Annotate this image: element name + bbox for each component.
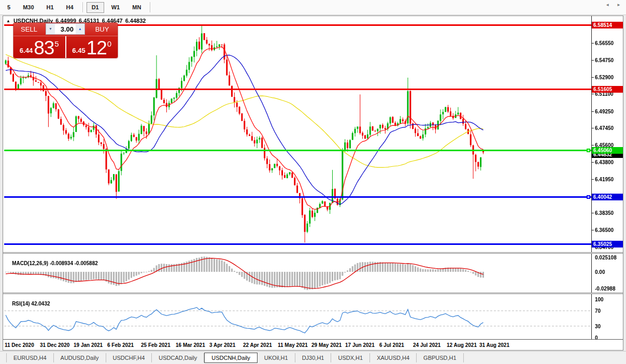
date-axis-label: 29 May 2021 xyxy=(311,342,342,348)
indicator-axis-tick: 0 xyxy=(595,335,623,341)
chart-tab-ukoil[interactable]: UKOil,H1 xyxy=(258,353,295,362)
sell-price-sup: 5 xyxy=(54,39,59,48)
tab-scroll-left-icon[interactable]: ◄ xyxy=(605,3,609,7)
date-axis-label: 17 Jun 2021 xyxy=(345,342,375,348)
date-axis-label: 3 Apr 2021 xyxy=(209,342,235,348)
timeframe-button-mn[interactable]: MN xyxy=(127,2,146,13)
chart-tab-usdchf[interactable]: USDCHF,H4 xyxy=(106,353,152,362)
date-axis-label: 19 Jan 2021 xyxy=(74,342,103,348)
volume-field[interactable]: 3.00 xyxy=(55,24,76,34)
price-badge: 6.35025 xyxy=(592,241,623,247)
toolbar-separator xyxy=(150,2,150,12)
date-axis-label: 24 Jul 2021 xyxy=(413,342,440,348)
timeframe-toolbar: 5M30H1H4D1W1MN xyxy=(0,0,626,15)
horizontal-line-6.35025[interactable] xyxy=(4,243,591,245)
chart-tab-usdcnh[interactable]: USDCNH,Daily xyxy=(204,353,258,363)
macd-label: MACD(12,26,9) -0.008934 -0.005882 xyxy=(6,255,98,272)
line-drag-handle[interactable] xyxy=(587,149,590,152)
tab-scroll-right-icon[interactable]: ► xyxy=(617,3,621,7)
indicator-axis-tick: 0.025108 xyxy=(595,255,623,260)
horizontal-line-6.45060[interactable] xyxy=(4,150,591,151)
price-axis-tick: 6.56550 xyxy=(595,40,623,46)
horizontal-line-6.51605[interactable] xyxy=(4,89,591,90)
chart-tab-eurusd[interactable]: EURUSD,H4 xyxy=(6,353,54,362)
date-axis-label: 16 Mar 2021 xyxy=(176,342,205,348)
sell-button[interactable]: SELL xyxy=(13,25,45,34)
price-axis-tick: 6.52900 xyxy=(595,75,623,80)
chart-window: ▲ USDCNH,Daily 6.44999 6.45131 6.44647 6… xyxy=(3,16,623,351)
volume-decrease-icon[interactable]: ▼ xyxy=(46,24,55,34)
date-axis-label: 31 Dec 2020 xyxy=(40,342,69,348)
timeframe-button-h4[interactable]: H4 xyxy=(61,2,79,13)
price-badge: 6.51605 xyxy=(592,86,623,93)
buy-button[interactable]: BUY xyxy=(87,25,118,34)
pane-divider-macd[interactable] xyxy=(3,252,623,254)
price-axis-tick: 6.43800 xyxy=(595,159,623,165)
timeframe-button-w1[interactable]: W1 xyxy=(106,2,125,13)
ohlc-close: 6.44832 xyxy=(125,18,146,24)
chart-tab-usdx[interactable]: USDX,H1 xyxy=(331,353,370,362)
horizontal-line-6.40042[interactable] xyxy=(4,196,591,198)
chart-tab-bar: EURUSD,H4AUDUSD,DailyUSDCHF,H4USDCAD,Dai… xyxy=(0,351,626,364)
date-axis-label: 11 May 2021 xyxy=(278,342,308,348)
rsi-label: RSI(14) 42.0432 xyxy=(6,295,50,312)
date-axis-label: 11 Dec 2020 xyxy=(5,342,34,348)
price-chart-canvas[interactable] xyxy=(4,24,591,252)
price-axis-line xyxy=(591,16,592,339)
price-badge: 6.58514 xyxy=(592,22,623,28)
buy-price-big: 12 xyxy=(87,40,107,56)
indicator-axis-tick: 70 xyxy=(595,308,623,314)
buy-price-sup: 0 xyxy=(107,39,111,48)
date-axis-label: 12 Aug 2021 xyxy=(447,342,477,348)
price-axis-tick: 6.41950 xyxy=(595,177,623,182)
indicator-axis-tick: 0.00 xyxy=(595,269,623,275)
pane-divider-rsi[interactable] xyxy=(3,293,623,294)
date-axis-label: 6 Feb 2021 xyxy=(107,342,134,348)
price-axis-tick: 6.47450 xyxy=(595,125,623,131)
rsi-indicator-canvas[interactable] xyxy=(4,294,591,339)
date-axis-label: 6 Jul 2021 xyxy=(379,342,404,348)
price-axis-tick: 6.49250 xyxy=(595,109,623,114)
buy-price-prefix: 6.45 xyxy=(72,47,85,54)
volume-increase-icon[interactable]: ▲ xyxy=(76,24,84,34)
timeframe-button-m30[interactable]: M30 xyxy=(18,2,39,13)
chart-tab-dj30[interactable]: DJ30,H1 xyxy=(295,353,332,362)
buy-price-panel[interactable]: 6.45 12 0 xyxy=(66,36,118,58)
sell-price-prefix: 6.44 xyxy=(20,47,33,54)
date-axis-label: 22 Apr 2021 xyxy=(243,342,272,348)
toolbar-separator xyxy=(82,2,83,12)
price-badge: 6.40042 xyxy=(592,194,623,200)
line-drag-handle[interactable] xyxy=(587,195,590,199)
timeframe-button-d1[interactable]: D1 xyxy=(87,2,104,13)
timeframe-button-5[interactable]: 5 xyxy=(2,2,16,13)
date-axis-border xyxy=(3,339,623,340)
indicator-axis-tick: 30 xyxy=(595,324,623,329)
one-click-trading-widget: SELL ▼ 3.00 ▲ BUY 6.44 83 5 6.45 12 0 xyxy=(13,23,118,58)
sell-price-panel[interactable]: 6.44 83 5 xyxy=(13,36,66,58)
indicator-axis-tick: 100 xyxy=(595,297,623,302)
price-axis-tick: 6.38350 xyxy=(595,210,623,216)
price-badge: 6.45060 xyxy=(592,147,623,154)
collapse-triangle-icon[interactable]: ▲ xyxy=(6,19,10,23)
chart-tab-gbpusd[interactable]: GBPUSD,H1 xyxy=(417,353,464,362)
date-axis-label: 31 Aug 2021 xyxy=(479,342,509,348)
price-axis-tick: 6.36500 xyxy=(595,227,623,233)
sell-price-big: 83 xyxy=(34,40,54,56)
volume-spinner: ▼ 3.00 ▲ xyxy=(46,23,85,35)
chart-tab-xauusd[interactable]: XAUUSD,H4 xyxy=(370,353,417,362)
date-axis-label: 25 Feb 2021 xyxy=(141,342,170,348)
price-axis-tick: 6.54750 xyxy=(595,57,623,63)
timeframe-button-h1[interactable]: H1 xyxy=(41,2,59,13)
chart-tab-audusd[interactable]: AUDUSD,Daily xyxy=(54,353,106,362)
indicator-axis-tick: -0.02988 xyxy=(595,286,623,292)
tab-scroll-nav: ◄ ► xyxy=(605,3,621,7)
chart-tab-usdcad[interactable]: USDCAD,Daily xyxy=(152,353,204,362)
